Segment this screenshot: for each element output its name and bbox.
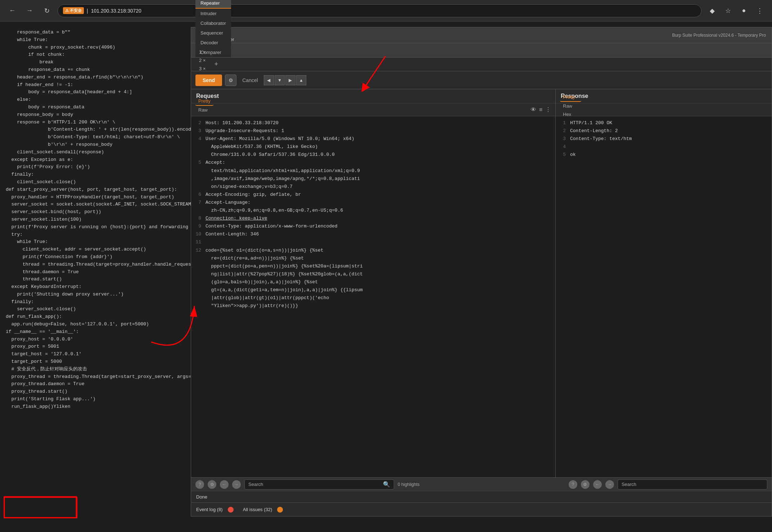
profile-button[interactable]: ● (737, 4, 750, 17)
cancel-button[interactable]: Cancel (239, 77, 261, 83)
line-text: Upgrade-Insecure-Requests: 1 (206, 127, 554, 135)
nav-down-button[interactable]: ▼ (275, 75, 285, 85)
line-number: 8 (193, 215, 206, 222)
all-issues-label[interactable]: All issues (32) (243, 507, 272, 512)
extensions-button[interactable]: ◆ (706, 4, 719, 17)
repeater-tab-1x[interactable]: 1 × (195, 48, 209, 56)
search-placeholder: Search (248, 482, 263, 487)
code-line: except Exception as e: (6, 156, 185, 164)
left-code-panel: response_data = b"" while True: chunk = … (0, 22, 191, 532)
url-display: 101.200.33.218:30720 (91, 8, 141, 14)
code-line: b'Content-Length: ' + str(len(response_b… (6, 126, 185, 134)
request-header: Request (191, 89, 555, 103)
repeater-tab-2x[interactable]: 2 × (195, 56, 209, 64)
code-line: proxy_port = 5001 (6, 343, 185, 351)
address-bar[interactable]: ⚠ 不安全 | 101.200.33.218:30720 (58, 4, 701, 17)
reload-button[interactable]: ↻ (40, 4, 53, 17)
resp-help-icon[interactable]: ? (569, 480, 577, 489)
browser-actions: ◆ ☆ ● ⋮ (706, 4, 766, 17)
add-tab-button[interactable]: + (211, 59, 221, 69)
request-line: 9Content-Type: application/x-www-form-ur… (191, 222, 555, 230)
response-search-bar[interactable]: Search (618, 479, 767, 490)
code-line: # 安全反代，防止针对响应头的攻击 (6, 366, 185, 373)
code-line: proxy_thread.start() (6, 388, 185, 396)
resp-forward-icon[interactable]: → (605, 480, 614, 489)
line-text (570, 143, 770, 151)
response-panel: Response PrettyRawHexRender 1HTTP/1.1 20… (556, 89, 772, 477)
code-line: print(f'Proxy Error: {e}') (6, 163, 185, 171)
nav-right-button[interactable]: ▶ (285, 75, 295, 85)
burp-tab-intruder[interactable]: Intruder (195, 9, 231, 18)
burp-statusbar: ? ⚙ ← → Search 🔍 0 highlights ? ⚙ ← → Se… (191, 477, 772, 491)
forward-icon[interactable]: → (232, 480, 241, 489)
back-icon[interactable]: ← (220, 480, 229, 489)
code-line: if __name__ == '__main__': (6, 328, 185, 336)
code-line: header_end = response_data.rfind(b"\r\n\… (6, 74, 185, 81)
response-line: 3Content-Type: text/htm (556, 135, 772, 143)
line-text: Connection: keep-alive (206, 215, 554, 222)
request-code-content: 2Host: 101.200.33.218:307203Upgrade-Inse… (191, 116, 555, 477)
line-number: 4 (193, 135, 206, 159)
code-line: proxy_thread.daemon = True (6, 380, 185, 388)
burp-tab-decoder[interactable]: Decoder (195, 38, 231, 48)
burp-tab-repeater[interactable]: Repeater (195, 0, 231, 9)
done-bar: Done (191, 491, 772, 502)
hide-icon[interactable]: 👁 (531, 107, 536, 113)
code-line: thread = threading.Thread(target=proxy_h… (6, 261, 185, 269)
help-icon[interactable]: ? (195, 480, 204, 489)
response-line: 5ok (556, 151, 772, 159)
code-line: client_socket, addr = server_socket.acce… (6, 246, 185, 253)
line-number: 3 (193, 127, 206, 135)
burp-nav-tabs: DashboardTargetProxyRepeaterIntruderColl… (191, 43, 772, 58)
settings-icon-button[interactable]: ⚙ (225, 75, 236, 86)
code-line: b'Content-Type: text/html; charset=utf-8… (6, 134, 185, 141)
line-text: Content-Type: text/htm (570, 135, 770, 143)
resp-subtab-pretty[interactable]: Pretty (560, 93, 581, 102)
burp-tab-collaborator[interactable]: Collaborator (195, 18, 231, 28)
line-number: 2 (193, 119, 206, 127)
send-button[interactable]: Send (195, 75, 222, 86)
event-log-bar: Event log (8) All issues (32) (191, 502, 772, 516)
nav-arrows: ◀ ▼ ▶ ▲ (264, 75, 306, 85)
line-text: Accept-Encoding: gzip, deflate, br (206, 191, 554, 199)
wrap-icon[interactable]: ≡ (539, 107, 542, 113)
search-bar[interactable]: Search 🔍 (244, 479, 394, 490)
nav-left-button[interactable]: ◀ (264, 75, 274, 85)
resp-gear-icon[interactable]: ⚙ (581, 480, 590, 489)
code-line: print('Starting Flask app...') (6, 396, 185, 403)
code-line: server_socket.close() (6, 306, 185, 313)
more-icon[interactable]: ⋮ (545, 106, 551, 113)
burp-main-content: Request PrettyRawHex 👁 ≡ ⋮ 2Host: 101.20… (191, 89, 772, 477)
forward-button[interactable]: → (23, 4, 36, 17)
event-log-label[interactable]: Event log (8) (196, 507, 223, 512)
req-subtab-raw[interactable]: Raw (195, 106, 213, 114)
response-line: 4 (556, 143, 772, 151)
burp-menubar: S BurpProjectIntruderRepeaterViewHelp Bu… (191, 27, 772, 43)
settings-button[interactable]: ⋮ (753, 4, 766, 17)
burp-tab-sequencer[interactable]: Sequencer (195, 28, 231, 38)
resp-back-icon[interactable]: ← (593, 480, 602, 489)
code-line: finally: (6, 298, 185, 306)
highlights-count: 0 highlights (398, 482, 420, 487)
all-issues-badge (277, 507, 283, 513)
resp-subtab-raw[interactable]: Raw (560, 102, 581, 110)
line-text: Host: 101.200.33.218:30720 (206, 119, 554, 127)
gear-icon[interactable]: ⚙ (208, 480, 216, 489)
line-number: 10 (193, 230, 206, 238)
request-line: 2Host: 101.200.33.218:30720 (191, 119, 555, 127)
request-line: 4User-Agent: Mozilla/5.0 (Windows NT 10.… (191, 135, 555, 159)
line-text: Accept-Language: zh-CN,zh;q=0.9,en;q=0.8… (206, 199, 554, 215)
request-line: 10Content-Length: 346 (191, 230, 555, 238)
favorites-button[interactable]: ☆ (722, 4, 735, 17)
back-button[interactable]: ← (6, 4, 19, 17)
code-line: response_data = b"" (6, 29, 185, 36)
line-text: Accept: text/html,application/xhtml+xml,… (206, 159, 554, 190)
req-subtab-pretty[interactable]: Pretty (195, 97, 213, 106)
code-line: target_host = '127.0.0.1' (6, 351, 185, 358)
nav-up-button[interactable]: ▲ (296, 75, 306, 85)
line-number: 3 (557, 135, 570, 143)
code-line: thread.daemon = True (6, 269, 185, 276)
browser-chrome: ← → ↻ ⚠ 不安全 | 101.200.33.218:30720 ◆ ☆ ●… (0, 0, 772, 22)
code-container: response_data = b"" while True: chunk = … (6, 29, 185, 411)
request-subtabs: PrettyRawHex 👁 ≡ ⋮ (191, 103, 555, 116)
